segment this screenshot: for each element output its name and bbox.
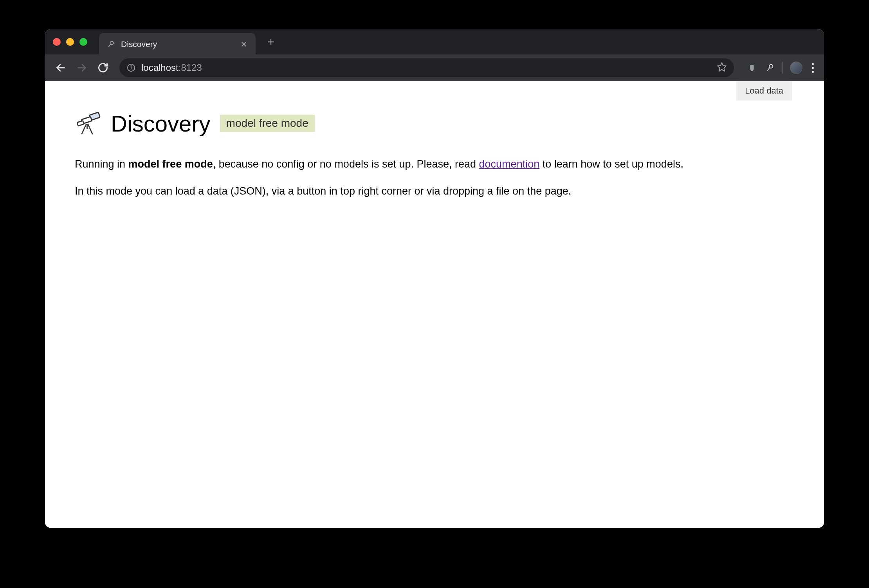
- profile-avatar[interactable]: [790, 61, 802, 74]
- site-info-icon[interactable]: [126, 63, 136, 72]
- reload-button[interactable]: [95, 60, 111, 76]
- svg-line-1: [108, 44, 110, 47]
- svg-rect-12: [750, 65, 754, 70]
- p1-suffix: to learn how to set up models.: [539, 158, 683, 170]
- browser-toolbar: localhost:8123: [45, 54, 824, 81]
- window-maximize-button[interactable]: [79, 38, 87, 46]
- svg-rect-13: [751, 70, 753, 71]
- mode-badge: model free mode: [220, 115, 315, 132]
- svg-point-0: [110, 41, 113, 45]
- page-content: Load data Discovery: [45, 81, 824, 528]
- svg-line-15: [768, 68, 770, 70]
- extension-icons: [746, 61, 816, 75]
- page-body: Discovery model free mode Running in mod…: [45, 81, 824, 238]
- url-port: :8123: [178, 62, 202, 73]
- svg-marker-11: [718, 63, 726, 71]
- svg-point-14: [769, 65, 773, 68]
- extension-icon-1[interactable]: [746, 62, 757, 73]
- browser-menu-button[interactable]: [810, 61, 816, 75]
- browser-tab[interactable]: Discovery: [99, 33, 256, 56]
- svg-line-19: [82, 124, 86, 134]
- address-bar[interactable]: localhost:8123: [119, 58, 734, 77]
- svg-rect-18: [77, 121, 84, 126]
- info-paragraph-2: In this mode you can load a data (JSON),…: [75, 183, 794, 199]
- toolbar-divider: [782, 62, 783, 74]
- svg-point-10: [131, 66, 131, 66]
- tab-title: Discovery: [121, 40, 234, 49]
- svg-line-20: [88, 124, 92, 134]
- page-title: Discovery: [111, 110, 211, 137]
- window-controls: [53, 38, 87, 46]
- extension-icon-2[interactable]: [764, 62, 775, 73]
- new-tab-button[interactable]: [263, 34, 279, 50]
- tab-close-icon[interactable]: [239, 40, 249, 49]
- documentation-link[interactable]: documention: [479, 158, 540, 170]
- page-header: Discovery model free mode: [75, 109, 794, 137]
- p1-bold: model free mode: [128, 158, 213, 170]
- forward-button[interactable]: [74, 60, 90, 76]
- back-button[interactable]: [53, 60, 69, 76]
- tab-bar: Discovery: [45, 29, 824, 54]
- p1-prefix: Running in: [75, 158, 128, 170]
- browser-window: Discovery: [45, 29, 824, 528]
- p1-mid: , because no config or no models is set …: [213, 158, 479, 170]
- url-host: localhost: [141, 62, 178, 73]
- bookmark-star-icon[interactable]: [717, 62, 727, 74]
- window-minimize-button[interactable]: [66, 38, 74, 46]
- telescope-icon: [75, 109, 103, 137]
- tab-favicon-icon: [106, 40, 115, 49]
- load-data-button[interactable]: Load data: [736, 81, 792, 101]
- url-text: localhost:8123: [141, 62, 711, 73]
- window-close-button[interactable]: [53, 38, 61, 46]
- info-paragraph-1: Running in model free mode, because no c…: [75, 156, 794, 172]
